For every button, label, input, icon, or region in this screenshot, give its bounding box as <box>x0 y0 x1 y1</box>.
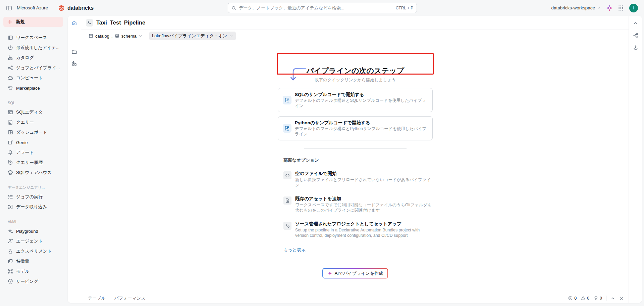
catalog-rail-icon[interactable] <box>71 60 77 66</box>
sparkle-icon <box>327 271 332 276</box>
create-pipeline-with-ai-button[interactable]: AIでパイプラインを作成 <box>322 268 388 278</box>
schema-chip-icon <box>115 34 119 38</box>
sidebar-item-jobs-pipelines[interactable]: ジョブとパイプライ... <box>0 63 68 73</box>
tab-tables[interactable]: テーブル <box>88 295 106 301</box>
pipeline-card-icon-box <box>283 124 291 133</box>
sidebar-item-data-ingestion[interactable]: データ取り込み <box>0 202 68 212</box>
catalog-schema-selector[interactable]: catalog . schema <box>86 32 145 40</box>
tab-performance[interactable]: パフォーマンス <box>114 295 146 301</box>
code-icon <box>285 173 290 178</box>
search-input[interactable] <box>239 5 393 10</box>
search-icon <box>231 6 236 10</box>
bottombar-divider <box>606 296 606 301</box>
sidebar-item-serving[interactable]: サービング <box>0 276 68 287</box>
start-with-sql-card[interactable]: SQLのサンプルコードで開始する デフォルトのフォルダ構造とSQLサンプルコード… <box>278 88 433 112</box>
collapse-panel-icon[interactable] <box>633 20 638 26</box>
top-bar: Microsoft Azure databricks CTRL + P data… <box>0 0 644 16</box>
schema-value: schema <box>121 34 137 39</box>
azure-label: Microsoft Azure <box>17 5 48 10</box>
sidebar-item-agents[interactable]: エージェント <box>0 236 68 246</box>
jobs-pipelines-icon <box>8 65 13 71</box>
pipeline-graph-icon[interactable] <box>633 33 638 38</box>
sidebar-item-marketplace[interactable]: Marketplace <box>0 83 68 93</box>
next-steps-panel: パイプラインの次のステップ 以下のクイックリンクから開始しましょう SQLのサン… <box>278 66 433 278</box>
ai-button-label: AIでパイプラインを作成 <box>335 270 383 276</box>
sidebar: 新規 ワークスペース 最近使用したアイテ... カタログ ジョブとパイプライ..… <box>0 16 68 306</box>
global-search[interactable]: CTRL + P <box>228 3 417 13</box>
clock-icon <box>8 45 13 50</box>
curved-arrow-decoration <box>286 67 307 84</box>
data-import-icon[interactable] <box>633 45 638 50</box>
bell-icon <box>8 150 13 155</box>
source-managed-project-option[interactable]: ソース管理されたプロジェクトとしてセットアップ Set up the pipel… <box>278 221 433 238</box>
sidebar-item-workspace[interactable]: ワークスペース <box>0 33 68 43</box>
sidebar-item-features[interactable]: 特徴量 <box>0 256 68 266</box>
file-link-icon-box <box>283 196 291 205</box>
workspace-switcher[interactable]: databricks-workspace <box>551 5 601 10</box>
sidebar-item-sql-warehouses[interactable]: SQLウェアハウス <box>0 168 68 178</box>
pipeline-title-row: Taxi_Test_Pipeline <box>81 16 629 30</box>
section-divider <box>304 148 407 149</box>
catalog-schema-separator: . <box>111 34 113 39</box>
assistant-sparkle-icon[interactable] <box>606 5 612 11</box>
apps-grid-icon[interactable] <box>618 5 624 11</box>
sidebar-item-catalog[interactable]: カタログ <box>0 53 68 63</box>
sidebar-item-query-history[interactable]: クエリー履歴 <box>0 158 68 168</box>
python-card-desc: デフォルトのフォルダ構造とPythonサンプルコードを使用したパイプライン <box>295 126 428 137</box>
start-empty-file-option[interactable]: 空のファイルで開始 新しい変換ファイルとプリロードされていないコードがあるパイプ… <box>278 171 433 188</box>
ingest-icon <box>8 204 13 210</box>
sidebar-item-experiments[interactable]: エクスペリメント <box>0 246 68 256</box>
add-existing-assets-option[interactable]: 既存のアセットを追加 ワークスペースですでに利用可能なコードファイルのうちGit… <box>278 196 433 213</box>
pipeline-icon <box>284 97 290 103</box>
workspace-name: databricks-workspace <box>551 5 595 10</box>
databricks-logo[interactable]: databricks <box>58 4 94 12</box>
lakeflow-editor-label: Lakeflowパイプラインエディタ：オン <box>152 33 227 39</box>
suggestion-count[interactable]: 0 <box>593 296 602 301</box>
chevron-down-icon <box>597 6 601 10</box>
workspace-icon <box>8 35 13 40</box>
home-icon[interactable] <box>71 20 77 26</box>
topbar-divider <box>53 4 53 12</box>
new-button[interactable]: 新規 <box>3 17 63 27</box>
catalog-value: catalog <box>95 34 109 39</box>
genie-icon <box>8 140 13 145</box>
databricks-wordmark: databricks <box>67 5 94 11</box>
sidebar-item-recents[interactable]: 最近使用したアイテ... <box>0 43 68 53</box>
sidebar-item-genie[interactable]: Genie <box>0 137 68 147</box>
sidebar-item-sql-editor[interactable]: SQLエディタ <box>0 107 68 117</box>
folder-icon[interactable] <box>71 49 77 55</box>
chevron-down-icon <box>229 34 233 38</box>
storefront-icon <box>8 85 13 91</box>
databricks-logo-icon <box>58 4 65 12</box>
plus-icon <box>7 19 12 25</box>
page-title[interactable]: Taxi_Test_Pipeline <box>96 19 145 26</box>
sidebar-item-queries[interactable]: クエリー <box>0 117 68 127</box>
pipeline-card-icon-box <box>283 96 291 104</box>
pipeline-icon <box>87 20 92 25</box>
sidebar-item-playground[interactable]: Playground <box>0 226 68 236</box>
warning-count[interactable]: 0 <box>581 296 589 301</box>
sidebar-item-job-runs[interactable]: ジョブの実行 <box>0 192 68 202</box>
sql-card-title: SQLのサンプルコードで開始する <box>295 92 428 98</box>
cloud-icon <box>8 75 13 81</box>
new-button-label: 新規 <box>16 19 25 25</box>
start-with-python-card[interactable]: Pythonのサンプルコードで開始する デフォルトのフォルダ構造とPythonサ… <box>278 116 433 140</box>
sidebar-item-alerts[interactable]: アラート <box>0 147 68 158</box>
lakeflow-editor-toggle[interactable]: Lakeflowパイプラインエディタ：オン <box>149 32 236 40</box>
expand-panel-icon[interactable] <box>610 296 615 301</box>
sidebar-section-data-engineering: データエンジニアリ... <box>0 183 68 192</box>
main-panel: Taxi_Test_Pipeline catalog . schema Lake… <box>68 16 642 303</box>
pipeline-gear-icon <box>285 223 290 228</box>
close-icon[interactable] <box>619 296 624 301</box>
show-more-link[interactable]: もっと表示 <box>278 247 306 253</box>
pipeline-gear-icon-box <box>283 222 291 230</box>
bottom-bar: テーブル パフォーマンス 0 0 0 <box>81 293 629 303</box>
avatar[interactable]: I <box>629 4 638 12</box>
sidebar-item-compute[interactable]: コンピュート <box>0 73 68 83</box>
sidebar-item-dashboards[interactable]: ダッシュボード <box>0 127 68 137</box>
catalog-icon <box>8 55 13 60</box>
error-count[interactable]: 0 <box>568 296 577 301</box>
left-rail <box>68 16 81 303</box>
sidebar-toggle-icon[interactable] <box>6 5 12 11</box>
sidebar-item-models[interactable]: モデル <box>0 266 68 276</box>
